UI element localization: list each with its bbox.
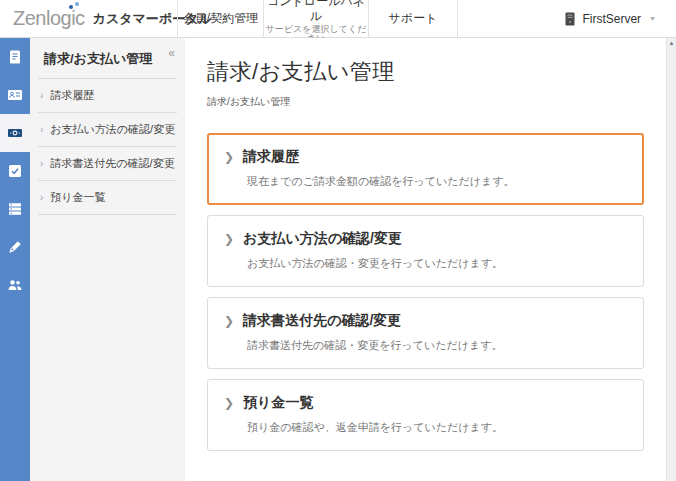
icon-rail <box>0 38 30 481</box>
rail-item-edit[interactable] <box>0 228 30 266</box>
logo-dot-light <box>75 2 79 6</box>
rail-item-documents[interactable] <box>0 38 30 76</box>
nav-item-label: 会員/契約管理 <box>183 11 258 25</box>
checkbox-icon <box>7 163 23 179</box>
card-title: 預り金一覧 <box>243 394 313 412</box>
id-card-icon <box>7 87 23 103</box>
rail-item-users[interactable] <box>0 266 30 304</box>
collapse-sidebar-icon[interactable]: « <box>168 47 175 59</box>
chevron-right-icon: › <box>40 193 43 203</box>
chevron-right-icon: ❯ <box>224 315 234 327</box>
sidebar-item-label: お支払い方法の確認/変更 <box>50 122 175 137</box>
chevron-right-icon: ❯ <box>224 233 234 245</box>
card-title-row: ❯ 請求履歴 <box>224 148 627 166</box>
server-tower-icon <box>564 12 576 26</box>
chevron-right-icon: › <box>40 91 43 101</box>
chevron-right-icon: › <box>40 125 43 135</box>
sidebar-item-invoice-address[interactable]: › 請求書送付先の確認/変更 <box>30 147 185 180</box>
card-list: ❯ 請求履歴 現在までのご請求金額の確認を行っていただけます。 ❯ お支払い方法… <box>207 133 644 451</box>
logo-dot-dark <box>69 5 73 9</box>
nav-item-label: サポート <box>389 11 438 25</box>
sidebar-item-label: 請求書送付先の確認/変更 <box>50 156 174 171</box>
users-icon <box>7 277 23 293</box>
pen-icon <box>7 239 23 255</box>
card-billing-history[interactable]: ❯ 請求履歴 現在までのご請求金額の確認を行っていただけます。 <box>207 133 644 205</box>
sidebar-item-deposit-list[interactable]: › 預り金一覧 <box>30 181 185 214</box>
sidebar-item-label: 預り金一覧 <box>50 190 105 205</box>
breadcrumb: 請求/お支払い管理 <box>207 95 644 109</box>
nav-item-control-panel[interactable]: コントロールパネル サービスを選択してください <box>263 0 368 37</box>
divider <box>38 214 177 215</box>
submenu-header: 請求/お支払い管理 « <box>30 38 185 78</box>
card-description: 請求書送付先の確認・変更を行っていただけます。 <box>224 338 627 353</box>
account-menu[interactable]: FirstServer ▼ <box>564 0 676 37</box>
rail-item-billing[interactable] <box>0 114 30 152</box>
banknote-icon <box>7 125 23 141</box>
zenlogic-logo: Zenlogic <box>13 7 85 30</box>
chevron-down-icon: ▼ <box>649 15 656 22</box>
card-invoice-address[interactable]: ❯ 請求書送付先の確認/変更 請求書送付先の確認・変更を行っていただけます。 <box>207 297 644 369</box>
brand[interactable]: Zenlogic カスタマーポータル <box>0 0 177 37</box>
card-payment-method[interactable]: ❯ お支払い方法の確認/変更 お支払い方法の確認・変更を行っていただけます。 <box>207 215 644 287</box>
card-title-row: ❯ 請求書送付先の確認/変更 <box>224 312 627 330</box>
page-title: 請求/お支払い管理 <box>207 57 644 87</box>
rail-item-tasks[interactable] <box>0 152 30 190</box>
submenu-sidebar: 請求/お支払い管理 « › 請求履歴 › お支払い方法の確認/変更 › 請求書送… <box>30 38 185 481</box>
sidebar-item-billing-history[interactable]: › 請求履歴 <box>30 79 185 112</box>
top-navigation: 会員/契約管理 コントロールパネル サービスを選択してください サポート <box>177 0 458 37</box>
chevron-right-icon: › <box>40 159 43 169</box>
header-spacer <box>458 0 564 37</box>
app-window: Zenlogic カスタマーポータル 会員/契約管理 コントロールパネル サービ… <box>0 0 676 481</box>
card-title-row: ❯ 預り金一覧 <box>224 394 627 412</box>
main-content: 請求/お支払い管理 請求/お支払い管理 ❯ 請求履歴 現在までのご請求金額の確認… <box>185 38 666 481</box>
nav-item-support[interactable]: サポート <box>368 0 458 37</box>
chevron-right-icon: ❯ <box>224 397 234 409</box>
chevron-right-icon: ❯ <box>224 151 234 163</box>
server-icon <box>7 201 23 217</box>
rail-item-contracts[interactable] <box>0 76 30 114</box>
card-title: 請求書送付先の確認/変更 <box>243 312 401 330</box>
nav-item-members[interactable]: 会員/契約管理 <box>177 0 263 37</box>
document-icon <box>7 49 23 65</box>
nav-item-label: コントロールパネル <box>264 0 368 23</box>
card-description: お支払い方法の確認・変更を行っていただけます。 <box>224 256 627 271</box>
body-row: 請求/お支払い管理 « › 請求履歴 › お支払い方法の確認/変更 › 請求書送… <box>0 38 676 481</box>
card-deposit-list[interactable]: ❯ 預り金一覧 預り金の確認や、返金申請を行っていただけます。 <box>207 379 644 451</box>
logo-text: Zenlogic <box>13 7 85 29</box>
submenu-title: 請求/お支払い管理 <box>44 51 152 67</box>
scrollbar[interactable]: ▲ <box>666 38 676 481</box>
card-title-row: ❯ お支払い方法の確認/変更 <box>224 230 627 248</box>
sidebar-item-label: 請求履歴 <box>50 88 94 103</box>
scroll-up-arrow-icon[interactable]: ▲ <box>669 38 675 46</box>
rail-item-servers[interactable] <box>0 190 30 228</box>
card-title: お支払い方法の確認/変更 <box>243 230 402 248</box>
account-name: FirstServer <box>582 12 641 26</box>
card-description: 現在までのご請求金額の確認を行っていただけます。 <box>224 174 627 189</box>
sidebar-item-payment-method[interactable]: › お支払い方法の確認/変更 <box>30 113 185 146</box>
card-description: 預り金の確認や、返金申請を行っていただけます。 <box>224 420 627 435</box>
top-header: Zenlogic カスタマーポータル 会員/契約管理 コントロールパネル サービ… <box>0 0 676 38</box>
card-title: 請求履歴 <box>243 148 299 166</box>
